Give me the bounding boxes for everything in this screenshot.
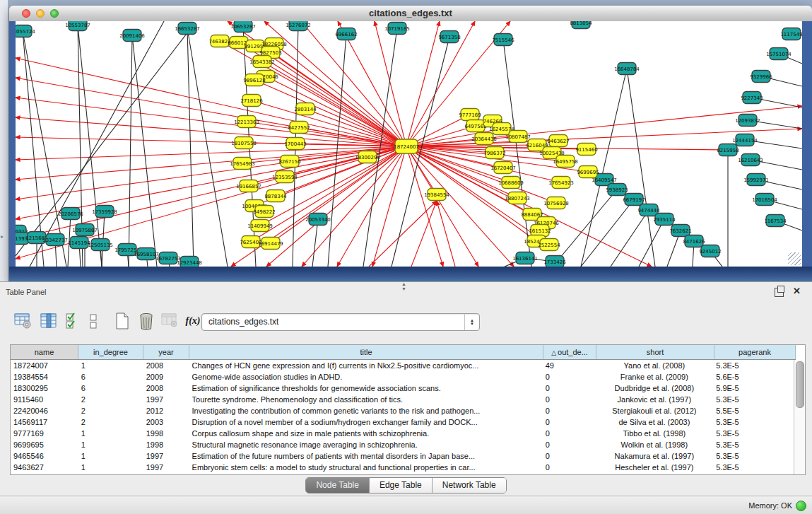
vertical-scrollbar[interactable] [794,360,805,474]
graph-node-label: 18300295 [355,155,380,160]
select-columns-button[interactable] [62,310,83,332]
function-builder-button[interactable]: f(x) [182,310,204,332]
create-new-table-button[interactable] [112,310,133,332]
network-canvas[interactable]: 1405572410553787200914061665328710653287… [16,21,802,267]
window-titlebar[interactable]: citations_edges.txt [9,6,812,22]
table-cell: 1998 [143,428,189,439]
column-header-year[interactable]: year [143,345,189,359]
graph-node-label: 10975887 [72,228,98,233]
graph-edge [16,146,406,160]
graph-node-label: 10653287 [230,24,256,30]
graph-edge [16,58,406,146]
clear-selection-button[interactable] [83,310,105,332]
table-cell: 0 [543,450,596,462]
table-row[interactable]: 1872400712008Changes of HCN gene express… [11,360,794,371]
table-cell: Wolkin et al. (1998) [596,439,714,450]
graph-node-label: 9463627 [547,139,569,144]
resize-grip-icon[interactable] [788,252,801,265]
table-row[interactable]: 1456911722003Disruption of a novel membe… [11,416,794,428]
tab-node-table[interactable]: Node Table [306,478,370,493]
graph-node-label: 2522554 [538,243,560,248]
panel-collapse-arrow-icon[interactable]: ▸ [1,233,4,240]
table-cell: 5.6E-5 [713,371,794,382]
close-panel-icon[interactable]: ✕ [793,286,801,296]
table-cell: 2009 [143,371,189,382]
column-header-outde[interactable]: △out_de... [543,345,596,359]
network-window: citations_edges.txt 14055724105537872009… [9,6,812,281]
graph-node-label: 16648784 [614,66,640,72]
table-cell: 5.3E-5 [713,428,794,439]
graph-edge [503,40,531,267]
graph-node-label: 2718126 [240,98,263,104]
table-cell: 9115460 [11,394,78,405]
column-header-indegree[interactable]: in_degree [78,345,143,359]
graph-node-label: 17654923 [548,180,574,186]
graph-node-label: 20206576 [58,211,83,217]
graph-node-label: 16543382 [249,59,275,65]
scrollbar-thumb[interactable] [796,361,804,408]
column-header-short[interactable]: short [596,345,714,359]
graph-node-label: 7632621 [669,228,691,234]
table-panel-header: Table Panel ✕ [0,282,812,302]
column-header-pagerank[interactable]: pagerank [714,345,796,359]
table-tab-bar: Node TableEdge TableNetwork Table [0,477,812,493]
table-cell: 5.3E-5 [713,394,794,405]
graph-node-label: 1117549 [780,32,802,37]
table-row[interactable]: 946554611997Estimation of the future num… [11,450,794,462]
graph-node-label: 10719185 [384,26,410,32]
memory-status-indicator[interactable] [796,501,806,511]
graph-node-label: 2935114 [653,217,676,223]
column-header-name[interactable]: name [11,345,78,359]
graph-node-label: 9827503 [259,50,281,56]
graph-node-label: 16914479 [258,241,283,247]
table-row[interactable]: 911546021997Tourette syndrome. Phenomeno… [11,394,794,405]
table-cell: 1998 [143,439,189,450]
delete-table-button[interactable] [136,310,157,332]
graph-edge [639,219,664,267]
table-cell: 5.3E-5 [713,360,794,371]
column-header-title[interactable]: title [189,345,543,359]
table-selector-dropdown[interactable]: citations_edges.txt ▲▼ [201,313,480,331]
table-row[interactable]: 1938455462009Genome-wide association stu… [11,371,794,382]
table-cell: 2008 [143,360,189,371]
table-body: 1872400712008Changes of HCN gene express… [11,360,794,474]
graph-edge [16,146,406,239]
float-panel-icon[interactable] [775,288,784,297]
graph-node-label: 9474444 [637,208,660,214]
table-toolbar: f(x) citations_edges.txt ▲▼ [0,308,812,337]
graph-edge [328,34,346,267]
table-cell: 6 [78,371,143,382]
graph-edge [132,35,157,267]
graph-node-label: 18107558 [231,141,257,146]
table-cell: Estimation of significance thresholds fo… [189,382,543,394]
table-cell: 18724007 [11,360,78,371]
graph-edge [16,146,406,199]
table-cell: Disruption of a novel member of a sodium… [189,416,543,428]
table-cell: Investigating the contribution of common… [189,405,543,416]
table-panel: ▲▼ Table Panel ✕ f(x) citations [0,281,812,514]
table-cell: 2012 [143,405,189,416]
table-cell: Yano et al. (2008) [596,360,714,371]
graph-node-label: 7986372 [483,151,505,156]
table-row[interactable]: 977716911998Corpus callosum shape and si… [11,428,794,439]
table-header-row: namein_degreeyeartitle△out_de...shortpag… [11,345,796,360]
table-settings-button[interactable] [13,310,34,332]
graph-node-label: 12213363 [234,119,259,125]
table-row[interactable]: 2242004622012Investigating the contribut… [11,405,794,416]
tab-network-table[interactable]: Network Table [433,478,506,493]
graph-edge [129,35,132,267]
graph-edge [302,146,406,267]
graph-edge [305,109,406,146]
tab-edge-table[interactable]: Edge Table [370,478,433,493]
table-cell: 1 [78,428,143,439]
table-cell: 9699695 [11,439,78,450]
table-row[interactable]: 1830029562008Estimation of significance … [11,382,794,394]
graph-edge [369,201,437,267]
table-cell: 1997 [143,450,189,462]
graph-node-label: 16495758 [553,159,578,165]
table-row[interactable]: 946362711997Embryonic stem cells: a mode… [11,462,794,473]
show-columns-button[interactable] [38,310,59,332]
graph-node-label: 17359928 [92,209,117,215]
table-row[interactable]: 969969511998Structural magnetic resonanc… [11,439,794,450]
window-bottom-frame [9,267,812,281]
